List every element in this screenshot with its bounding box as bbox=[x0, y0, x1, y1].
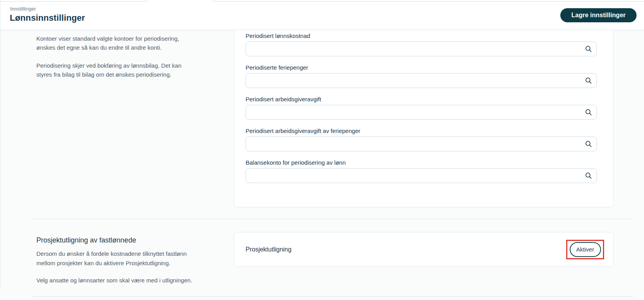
description-paragraph: Dersom du ønsker å fordele kostnadene ti… bbox=[36, 249, 216, 268]
periodisert-lonnskostnad-input[interactable] bbox=[246, 41, 597, 56]
section-divider bbox=[33, 296, 633, 297]
top-tab-remnants bbox=[0, 0, 644, 2]
field-periodiserte-feriepenger: Periodiserte feriepenger bbox=[246, 64, 597, 88]
field-balansekonto: Balansekonto for periodisering av lønn bbox=[246, 159, 597, 183]
tab-remnant-left bbox=[0, 0, 147, 2]
balansekonto-input[interactable] bbox=[246, 168, 597, 183]
project-section-heading: Prosjektutligning av fastlønnede bbox=[36, 235, 136, 245]
settings-content: Kontoer viser standard valgte kontoer fo… bbox=[0, 30, 644, 300]
accounts-section-description: Kontoer viser standard valgte kontoer fo… bbox=[36, 34, 216, 88]
field-label: Periodiserte feriepenger bbox=[246, 64, 597, 71]
field-periodisert-arbeidsgiveravgift: Periodisert arbeidsgiveravgift bbox=[246, 95, 597, 120]
periodiserte-feriepenger-input[interactable] bbox=[246, 73, 597, 88]
project-section-description: Dersom du ønsker å fordele kostnadene ti… bbox=[36, 249, 216, 277]
description-paragraph: Periodisering skjer ved bokføring av løn… bbox=[36, 61, 216, 79]
periodisert-arbeidsgiveravgift-input[interactable] bbox=[246, 105, 597, 120]
accounts-card: Periodisert lønnskostnad Periodiserte fe… bbox=[234, 30, 614, 207]
field-label: Balansekonto for periodisering av lønn bbox=[246, 159, 597, 166]
description-paragraph: Kontoer viser standard valgte kontoer fo… bbox=[36, 34, 216, 52]
periodisert-aga-feriepenger-input[interactable] bbox=[246, 137, 597, 151]
page-header: Innstillinger Lønnsinnstillinger Lagre i… bbox=[0, 0, 644, 30]
project-panel-label: Prosjektutligning bbox=[246, 246, 291, 253]
description-paragraph: Velg ansatte og lønnsarter som skal være… bbox=[36, 276, 216, 285]
field-periodisert-aga-feriepenger: Periodisert arbeidsgiveravgift av feriep… bbox=[246, 127, 597, 151]
field-label: Periodisert lønnskostnad bbox=[246, 32, 597, 40]
section-divider bbox=[33, 219, 633, 219]
field-label: Periodisert arbeidsgiveravgift av feriep… bbox=[246, 127, 597, 135]
activate-button[interactable]: Aktiver bbox=[570, 242, 601, 257]
save-settings-button[interactable]: Lagre innstillinger bbox=[560, 8, 637, 22]
tab-remnant-right bbox=[213, 0, 644, 2]
project-card: Prosjektutligning Aktiver bbox=[234, 232, 614, 267]
field-label: Periodisert arbeidsgiveravgift bbox=[246, 95, 597, 103]
breadcrumb: Innstillinger bbox=[10, 6, 36, 12]
page-title: Lønnsinnstillinger bbox=[10, 13, 85, 23]
page-left-border bbox=[0, 0, 0, 289]
project-section-description-2: Velg ansatte og lønnsarter som skal være… bbox=[36, 276, 216, 294]
activate-button-highlight: Aktiver bbox=[566, 240, 604, 259]
field-periodisert-lonnskostnad: Periodisert lønnskostnad bbox=[246, 32, 597, 56]
